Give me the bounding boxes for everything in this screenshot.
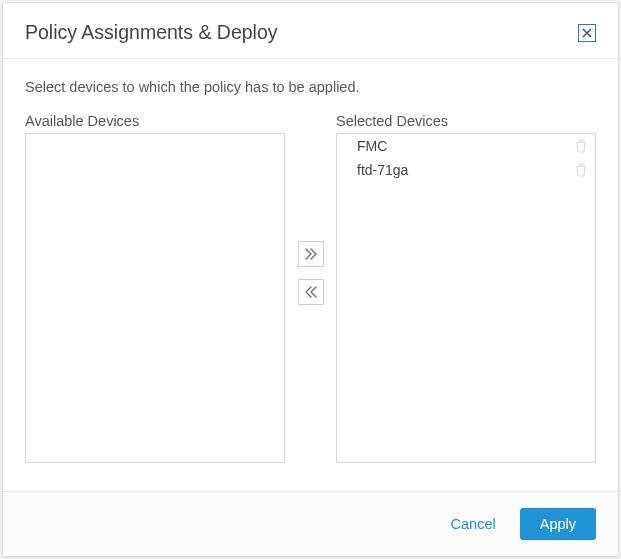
close-button[interactable] — [578, 24, 596, 42]
dialog-footer: Cancel Apply — [3, 491, 618, 556]
selected-heading: Selected Devices — [336, 113, 596, 129]
apply-button[interactable]: Apply — [520, 508, 596, 540]
dialog-header: Policy Assignments & Deploy — [3, 3, 618, 59]
selected-devices-list[interactable]: FMCftd-71ga — [336, 133, 596, 463]
transfer-buttons — [285, 241, 336, 305]
list-item-label: ftd-71ga — [357, 162, 408, 178]
instruction-text: Select devices to which the policy has t… — [25, 79, 596, 95]
chevron-double-right-icon — [304, 247, 318, 261]
close-icon — [582, 28, 592, 38]
selected-panel: Selected Devices FMCftd-71ga — [336, 113, 596, 463]
available-panel: Available Devices — [25, 113, 285, 463]
list-item[interactable]: ftd-71ga — [337, 158, 595, 182]
available-devices-list[interactable] — [25, 133, 285, 463]
add-all-button[interactable] — [298, 241, 324, 267]
trash-icon[interactable] — [575, 163, 587, 177]
available-heading: Available Devices — [25, 113, 285, 129]
chevron-double-left-icon — [304, 285, 318, 299]
list-item[interactable]: FMC — [337, 134, 595, 158]
device-columns: Available Devices Selected Devices FMCf — [25, 113, 596, 465]
trash-icon[interactable] — [575, 139, 587, 153]
dialog-title: Policy Assignments & Deploy — [25, 21, 278, 44]
list-item-label: FMC — [357, 138, 387, 154]
dialog-body: Select devices to which the policy has t… — [3, 59, 618, 491]
policy-assignments-dialog: Policy Assignments & Deploy Select devic… — [2, 2, 619, 557]
remove-all-button[interactable] — [298, 279, 324, 305]
cancel-button[interactable]: Cancel — [447, 510, 500, 538]
